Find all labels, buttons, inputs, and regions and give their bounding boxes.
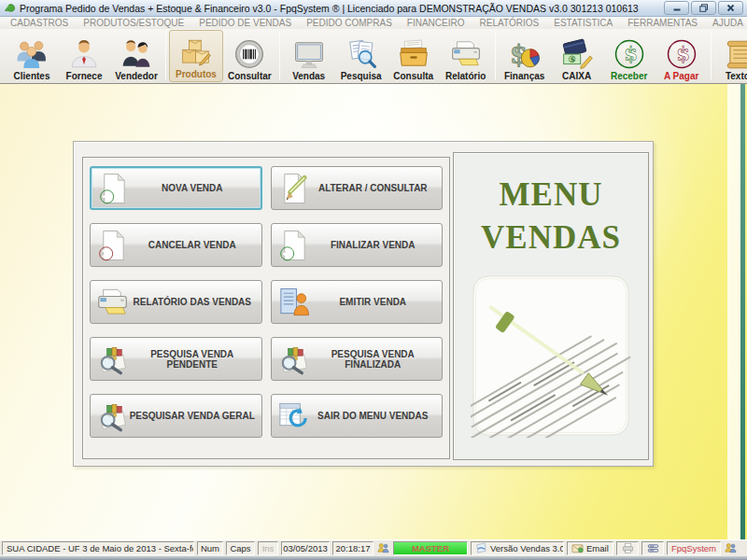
pesquisa-venda-pendente-button[interactable]: PESQUISA VENDA PENDENTE [90,337,262,381]
toolbar-button-financas[interactable]: Finanças [499,29,551,83]
status-network-button[interactable] [641,541,664,555]
status-email-button[interactable]: Email [567,541,613,555]
toolbar-separator [711,32,712,80]
window-controls [664,1,743,15]
button-label: EMITIR VENDA [339,297,406,307]
toolbar-button-fornece[interactable]: Fornece [58,29,110,83]
seller-icon [120,38,152,70]
monitor-icon [293,38,325,70]
pesquisa-venda-finalizada-button[interactable]: PESQUISA VENDA FINALIZADA [271,337,444,381]
content-area: NOVA VENDA ALTERAR / CONSULTAR CANCELAR … [0,84,747,539]
menu-estatistica[interactable]: ESTATISTICA [546,18,620,28]
button-label: RELATÓRIO DAS VENDAS [134,297,252,307]
button-label: PESQUISAR VENDA GERAL [130,411,255,421]
cash-book-icon [561,38,593,70]
status-email-label: Email [586,543,609,553]
toolbar-button-consultar[interactable]: Consultar [223,29,276,83]
alterar-consultar-button[interactable]: ALTERAR / CONSULTAR [271,166,444,210]
toolbar-button-relatorio[interactable]: Relatório [440,29,492,83]
printer-icon [450,38,482,70]
relatorio-das-vendas-button[interactable]: RELATÓRIO DAS VENDAS [90,280,262,324]
menu-ferramentas[interactable]: FERRAMENTAS [620,18,705,28]
pen-photo [471,273,631,438]
toolbar-button-clientes[interactable]: Clientes [6,29,58,83]
sair-do-menu-vendas-button[interactable]: SAIR DO MENU VENDAS [271,394,444,438]
toolbar-label: Vendedor [115,71,158,81]
menu-vendas-sidebar: MENU VENDAS [453,152,649,460]
toolbar-button-textos[interactable]: Textos [714,29,747,83]
restore-button[interactable] [691,1,716,15]
buttons-grid: NOVA VENDA ALTERAR / CONSULTAR CANCELAR … [90,166,443,450]
clients-icon [16,38,48,70]
toolbar-label: Finanças [504,71,544,81]
menu-produtos-estoque[interactable]: PRODUTOS/ESTOQUE [76,18,191,28]
minimize-icon [672,4,682,12]
right-teal-band [740,84,745,539]
toolbar-label: Pesquisa [341,71,382,81]
toolbar-label: Produtos [176,69,217,79]
cancelar-venda-button[interactable]: CANCELAR VENDA [90,223,262,267]
toolbar-button-produtos[interactable]: Produtos [169,30,223,82]
status-time: 20:18:17 [332,541,374,555]
toolbar-button-vendedor[interactable]: Vendedor [110,29,162,83]
menu-financeiro[interactable]: FINANCEIRO [400,18,472,28]
button-label: ALTERAR / CONSULTAR [318,183,428,193]
status-version-label: Versão Vendas 3.0 [490,543,564,553]
email-icon [571,542,584,554]
bottom-window-edge [0,556,747,560]
page-check-icon [277,229,310,261]
pay-money-icon [666,38,698,70]
toolbar-button-receber[interactable]: Receber [603,29,655,83]
menubar: CADASTROS PRODUTOS/ESTOQUE PEDIDO DE VEN… [0,17,747,29]
version-icon [475,542,487,554]
close-button[interactable] [718,1,743,15]
status-date: 03/05/2013 [281,541,330,555]
toolbar-button-consulta[interactable]: Consulta [388,29,440,83]
status-users-icon [724,542,738,554]
toolbar-group-cadastro: Clientes Fornece Vendedor [4,29,164,83]
button-label: PESQUISA VENDA PENDENTE [128,349,257,370]
button-label: NOVA VENDA [162,183,223,193]
status-printer-button[interactable] [616,541,639,555]
finance-pie-icon [509,38,541,70]
toolbar-button-a-pagar[interactable]: A Pagar [655,29,708,83]
menu-ajuda[interactable]: AJUDA [705,18,747,28]
pesquisar-venda-geral-button[interactable]: PESQUISAR VENDA GERAL [90,394,262,438]
toolbar-separator [165,32,166,80]
close-icon [726,4,735,12]
titlebar: Programa Pedido de Vendas + Estoque & Fi… [0,0,747,17]
minimize-button[interactable] [664,1,689,15]
toolbar-button-pesquisa[interactable]: Pesquisa [335,29,388,83]
finalizar-venda-button[interactable]: FINALIZAR VENDA [271,223,444,267]
menu-cadastros[interactable]: CADASTROS [3,18,76,28]
toolbar-label: Relatório [445,71,486,81]
toolbar-label: Vendas [292,71,325,81]
toolbar-label: Fornece [66,71,103,81]
toolbar-label: Consulta [393,71,433,81]
nova-venda-button[interactable]: NOVA VENDA [90,166,262,210]
file-drawer-icon [398,38,430,70]
toolbar-separator [279,32,280,80]
toolbar-label: Clientes [14,71,50,81]
status-brand: FpqSystem [667,541,721,555]
toolbar: Clientes Fornece Vendedor Produtos Consu… [0,29,747,84]
toolbar-button-vendas[interactable]: Vendas [283,29,335,83]
right-white-band [727,84,740,539]
status-version: Versão Vendas 3.0 [471,541,564,555]
search-money-icon [277,343,310,375]
exit-grid-arrow-icon [277,399,310,432]
page-x-icon [96,229,129,261]
toolbar-label: A Pagar [664,71,698,81]
emitir-venda-button[interactable]: EMITIR VENDA [271,280,444,324]
emit-document-person-icon [277,286,310,318]
search-money-icon [96,343,129,375]
app-icon [4,2,16,14]
status-master-user: MASTER [393,541,468,555]
menu-pedido-de-vendas[interactable]: PEDIDO DE VENDAS [191,18,299,28]
products-icon [180,36,212,68]
barcode-icon [233,38,265,70]
receive-money-icon [613,38,645,70]
menu-relatorios[interactable]: RELATÓRIOS [472,18,547,28]
toolbar-button-caixa[interactable]: CAIXA [551,29,603,83]
menu-pedido-compras[interactable]: PEDIDO COMPRAS [299,18,400,28]
